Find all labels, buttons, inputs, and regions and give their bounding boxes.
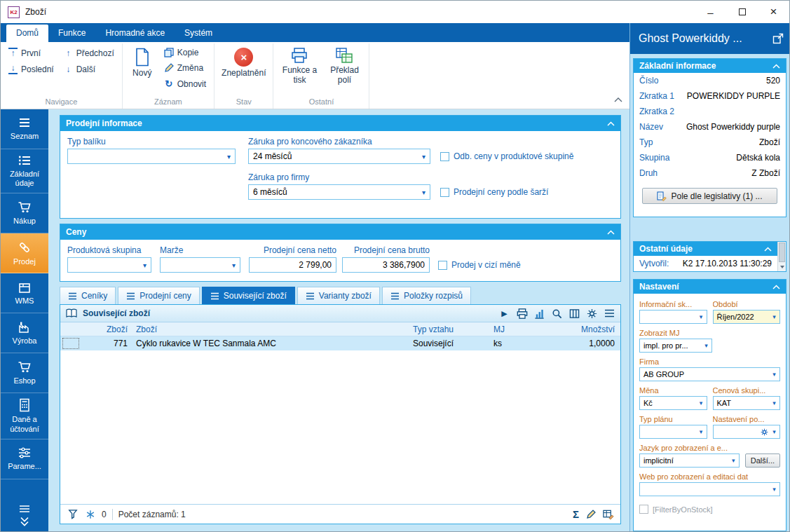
price-group-dropdown[interactable]: KAT ▾ bbox=[713, 396, 781, 410]
previous-record-button[interactable]: ↑ Předchozí bbox=[59, 45, 119, 61]
sidebar-item-dane-a-uctovani[interactable]: Daně a účtování bbox=[1, 393, 48, 439]
functions-print-button[interactable]: Funkce a tisk bbox=[276, 45, 322, 87]
settings-button[interactable] bbox=[586, 308, 598, 320]
sidebar-item-wms[interactable]: WMS bbox=[1, 273, 48, 313]
ribbon-tab-bulk-actions[interactable]: Hromadné akce bbox=[95, 25, 175, 42]
package-type-dropdown[interactable]: ▾ bbox=[67, 149, 236, 164]
currency-dropdown[interactable]: Kč ▾ bbox=[639, 396, 707, 410]
scrollbar[interactable] bbox=[777, 242, 786, 271]
collapse-icon[interactable] bbox=[607, 230, 615, 235]
row-selector[interactable] bbox=[60, 336, 81, 350]
column-header-unit[interactable]: MJ bbox=[491, 325, 529, 334]
warranty-customer-dropdown[interactable]: 24 měsíců ▾ bbox=[248, 149, 430, 164]
dropdown-arrow-icon[interactable]: ▾ bbox=[418, 153, 430, 161]
first-record-button[interactable]: ↑ První bbox=[4, 45, 59, 61]
quick-edit-button[interactable] bbox=[585, 508, 597, 520]
scrollbar-thumb[interactable] bbox=[779, 243, 785, 262]
gross-price-input[interactable]: 3 386,7900 bbox=[342, 257, 430, 273]
invalidate-button[interactable]: × Zneplatnění bbox=[217, 45, 270, 80]
sum-button[interactable]: Σ bbox=[573, 508, 579, 520]
play-button[interactable]: ▶ bbox=[498, 308, 510, 320]
sidebar-item-nakup[interactable]: Nákup bbox=[1, 193, 48, 233]
ribbon-tab-functions[interactable]: Funkce bbox=[48, 25, 95, 42]
table-row[interactable]: 771 Cyklo rukavice W TEC Sanmala AMC Sou… bbox=[60, 336, 620, 350]
web-dropdown[interactable]: ▾ bbox=[639, 482, 780, 496]
bulk-edit-button[interactable] bbox=[602, 508, 614, 520]
ribbon-collapse-button[interactable] bbox=[614, 95, 622, 104]
company-dropdown[interactable]: AB GROUP ▾ bbox=[639, 367, 780, 381]
more-button[interactable]: Další... bbox=[745, 453, 780, 468]
menu-button[interactable] bbox=[604, 308, 615, 320]
tab-polozky-rozpisu[interactable]: Položky rozpisů bbox=[382, 287, 471, 304]
group-prices-checkbox-row[interactable]: Odb. ceny v produktové skupině bbox=[440, 151, 573, 161]
chart-button[interactable] bbox=[533, 308, 545, 320]
group-prices-checkbox[interactable] bbox=[440, 152, 449, 161]
margin-dropdown[interactable]: ▾ bbox=[160, 257, 240, 273]
maximize-button[interactable] bbox=[726, 1, 758, 23]
dropdown-arrow-icon[interactable]: ▾ bbox=[696, 400, 707, 407]
legislative-fields-button[interactable]: Pole dle legislativy (1) ... bbox=[642, 188, 777, 204]
dropdown-arrow-icon[interactable]: ▾ bbox=[769, 486, 779, 493]
product-group-dropdown[interactable]: ▾ bbox=[67, 257, 151, 273]
collapse-icon[interactable] bbox=[772, 64, 780, 69]
foreign-currency-checkbox-row[interactable]: Prodej v cizí měně bbox=[438, 260, 521, 270]
sidebar-item-seznam[interactable]: Seznam bbox=[1, 109, 48, 149]
tab-prodejni-ceny[interactable]: Prodejní ceny bbox=[118, 287, 199, 304]
translate-fields-button[interactable]: Překlad polí bbox=[322, 45, 366, 87]
minimize-button[interactable]: – bbox=[695, 1, 726, 23]
ribbon-tab-system[interactable]: Systém bbox=[175, 25, 222, 42]
sidebar-item-vyroba[interactable]: Výroba bbox=[1, 313, 48, 353]
last-record-button[interactable]: ↓ Poslední bbox=[4, 61, 59, 77]
dropdown-arrow-icon[interactable]: ▾ bbox=[769, 400, 779, 407]
sidebar-item-zakladni-udaje[interactable]: Základní údaje bbox=[1, 149, 48, 193]
search-button[interactable] bbox=[551, 308, 563, 320]
double-chevron-down-icon[interactable] bbox=[19, 517, 30, 526]
refresh-record-button[interactable]: ↻ Obnovit bbox=[159, 76, 211, 92]
tab-varianty-zbozi[interactable]: Varianty zboží bbox=[297, 287, 380, 304]
column-header-goods-id[interactable]: Zboží bbox=[81, 325, 132, 334]
filter-button[interactable] bbox=[67, 508, 79, 520]
new-record-button[interactable]: Nový bbox=[125, 45, 159, 80]
collapse-icon[interactable] bbox=[772, 285, 780, 289]
order-settings-dropdown[interactable]: ▾ bbox=[713, 425, 781, 439]
edit-record-button[interactable]: Změna bbox=[159, 60, 211, 76]
copy-record-button[interactable]: Kopie bbox=[159, 45, 211, 60]
dropdown-arrow-icon[interactable]: ▾ bbox=[139, 261, 151, 269]
filter-by-stock-checkbox-row[interactable]: [FilterByOnStock] bbox=[639, 505, 780, 514]
net-price-input[interactable]: 2 799,00 bbox=[249, 257, 336, 273]
period-dropdown[interactable]: Říjen/2022 ▾ bbox=[713, 310, 781, 324]
print-button[interactable] bbox=[516, 308, 528, 320]
show-unit-dropdown[interactable]: impl. pro pr... ▾ bbox=[639, 339, 712, 353]
tab-ceniky[interactable]: Ceníky bbox=[60, 287, 116, 304]
dropdown-arrow-icon[interactable]: ▾ bbox=[769, 371, 779, 378]
tab-souvisejici-zbozi[interactable]: Související zboží bbox=[202, 287, 295, 304]
dropdown-arrow-icon[interactable]: ▾ bbox=[728, 457, 739, 464]
open-in-window-icon[interactable] bbox=[772, 33, 784, 44]
columns-button[interactable] bbox=[568, 308, 580, 320]
scroll-down-button[interactable] bbox=[778, 263, 786, 271]
filter-by-stock-checkbox[interactable] bbox=[639, 505, 648, 514]
collapse-icon[interactable] bbox=[764, 247, 772, 252]
batch-prices-checkbox[interactable] bbox=[440, 188, 449, 197]
batch-prices-checkbox-row[interactable]: Prodejní ceny podle šarží bbox=[440, 187, 548, 197]
dropdown-arrow-icon[interactable]: ▾ bbox=[696, 313, 707, 320]
menu-icon[interactable] bbox=[19, 505, 30, 512]
sidebar-item-eshop[interactable]: Eshop bbox=[1, 353, 48, 393]
dropdown-arrow-icon[interactable]: ▾ bbox=[418, 189, 430, 196]
dropdown-arrow-icon[interactable]: ▾ bbox=[223, 153, 235, 161]
info-group-dropdown[interactable]: ▾ bbox=[639, 310, 707, 324]
column-header-relation-type[interactable]: Typ vztahu bbox=[410, 325, 491, 334]
column-header-goods-name[interactable]: Zboží bbox=[132, 325, 410, 334]
sidebar-item-parametry[interactable]: Parame... bbox=[1, 439, 48, 479]
column-header-quantity[interactable]: Množství bbox=[529, 325, 620, 334]
plan-type-dropdown[interactable]: ▾ bbox=[639, 425, 707, 439]
warranty-companies-dropdown[interactable]: 6 měsíců ▾ bbox=[248, 184, 430, 200]
language-dropdown[interactable]: implicitní ▾ bbox=[639, 453, 740, 468]
dropdown-arrow-icon[interactable]: ▾ bbox=[228, 261, 240, 269]
next-record-button[interactable]: ↓ Další bbox=[59, 61, 119, 77]
foreign-currency-checkbox[interactable] bbox=[438, 261, 447, 270]
dropdown-arrow-icon[interactable]: ▾ bbox=[696, 428, 707, 435]
close-button[interactable]: × bbox=[758, 1, 789, 23]
change-filter-button[interactable] bbox=[84, 508, 96, 520]
dropdown-arrow-icon[interactable]: ▾ bbox=[769, 428, 779, 435]
